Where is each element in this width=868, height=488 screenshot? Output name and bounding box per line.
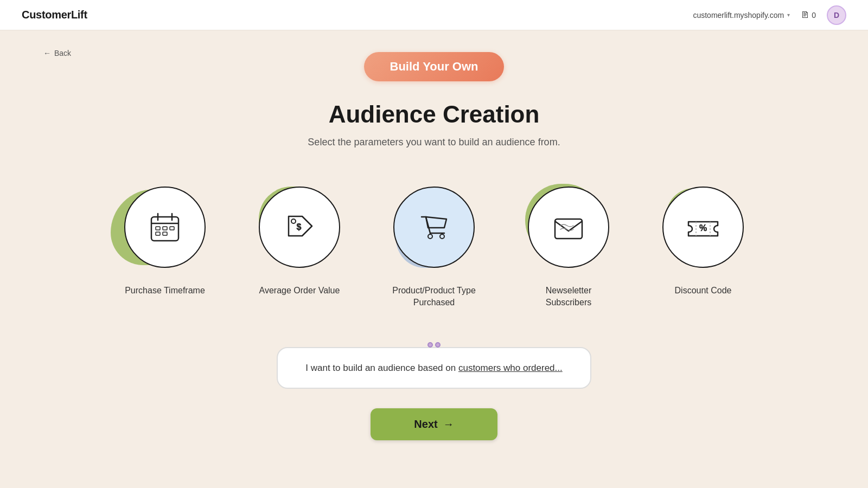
ticket-icon: % <box>684 208 722 246</box>
header-right: customerlift.myshopify.com ▾ 🖹 0 D <box>693 5 846 25</box>
card-label-average-order-value: Average Order Value <box>259 285 340 297</box>
envelope-wave-icon <box>550 208 588 246</box>
card-circle <box>393 187 475 268</box>
card-icon-wrapper <box>116 178 214 276</box>
connector-dot-left <box>427 342 433 348</box>
card-icon-wrapper: $ <box>251 178 348 276</box>
info-box-wrapper: I want to build an audience based on cus… <box>277 347 591 389</box>
card-circle: $ <box>259 187 340 268</box>
svg-point-11 <box>428 234 432 239</box>
calendar-icon <box>146 208 184 246</box>
card-circle <box>528 187 609 268</box>
info-box-text-before: I want to build an audience based on <box>305 363 458 373</box>
inbox-icon: 🖹 <box>801 10 809 20</box>
back-label: Back <box>54 49 71 57</box>
card-icon-wrapper <box>385 178 483 276</box>
inbox-button[interactable]: 🖹 0 <box>801 10 816 20</box>
connector-dot-right <box>435 342 441 348</box>
svg-point-12 <box>440 234 444 239</box>
svg-rect-13 <box>555 219 582 239</box>
card-discount-code[interactable]: % Discount Code <box>649 178 757 297</box>
logo: CustomerLift <box>22 9 87 21</box>
tag-dollar-icon: $ <box>280 208 318 246</box>
next-button-label: Next <box>414 418 437 431</box>
page-subtitle: Select the parameters you want to build … <box>308 137 560 148</box>
cart-icon <box>415 208 453 246</box>
card-icon-wrapper <box>520 178 617 276</box>
card-average-order-value[interactable]: $ Average Order Value <box>245 178 354 297</box>
chevron-down-icon: ▾ <box>787 12 790 18</box>
card-icon-wrapper: % <box>654 178 752 276</box>
svg-text:%: % <box>699 223 707 233</box>
card-label-product-type: Product/Product TypePurchased <box>392 285 476 309</box>
back-arrow-icon: ← <box>43 49 51 57</box>
next-button[interactable]: Next → <box>371 408 497 440</box>
store-selector[interactable]: customerlift.myshopify.com ▾ <box>693 11 790 20</box>
card-label-purchase-timeframe: Purchase Timeframe <box>125 285 205 297</box>
inbox-count: 0 <box>812 11 816 20</box>
svg-text:$: $ <box>297 222 302 232</box>
card-circle <box>124 187 206 268</box>
card-newsletter-subscribers[interactable]: Newseletter Subscribers <box>514 178 623 309</box>
card-label-discount-code: Discount Code <box>675 285 732 297</box>
card-label-newsletter-subscribers: Newseletter Subscribers <box>525 285 612 309</box>
back-button[interactable]: ← Back <box>43 49 71 57</box>
card-circle: % <box>662 187 744 268</box>
card-purchase-timeframe[interactable]: Purchase Timeframe <box>111 178 219 297</box>
cards-row: Purchase Timeframe $ Average Order V <box>111 178 757 309</box>
page-title: Audience Creation <box>329 101 540 128</box>
info-box-link[interactable]: customers who ordered... <box>458 363 563 373</box>
connector-icon <box>426 339 442 350</box>
main-content: Build Your Own Audience Creation Select … <box>0 30 868 473</box>
store-name: customerlift.myshopify.com <box>693 11 784 20</box>
header: CustomerLift customerlift.myshopify.com … <box>0 0 868 30</box>
info-box: I want to build an audience based on cus… <box>277 347 591 389</box>
avatar[interactable]: D <box>827 5 846 25</box>
build-your-own-button[interactable]: Build Your Own <box>364 52 505 81</box>
arrow-right-icon: → <box>443 418 454 431</box>
card-product-type[interactable]: Product/Product TypePurchased <box>380 178 488 309</box>
